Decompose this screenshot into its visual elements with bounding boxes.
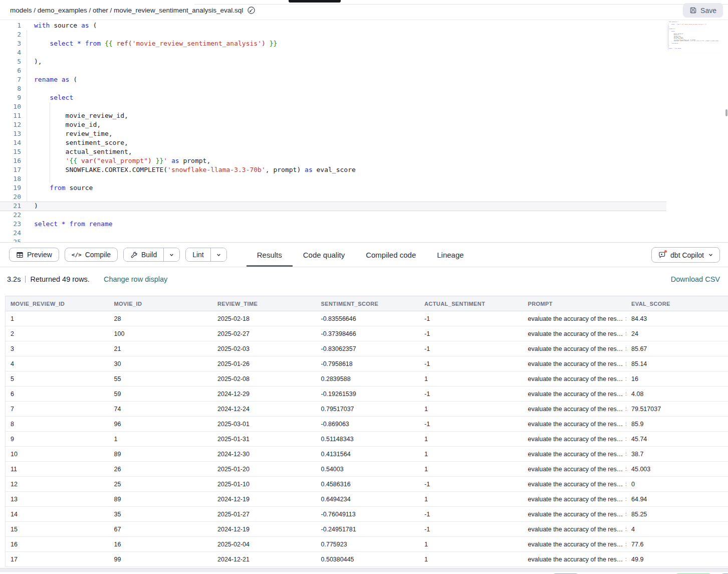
expand-cell-icon[interactable]: › [625,450,626,457]
code-line[interactable]: '{{ var("eval_prompt") }}' as prompt, [34,156,356,165]
table-cell: 2025-02-03 [212,341,316,356]
compile-button[interactable]: </> Compile [65,248,118,262]
code-line[interactable]: sentiment_score, [34,138,356,147]
table-cell: evaluate the accuracy of the res…› [523,462,627,476]
action-toolbar: Preview </> Compile Build Lint [0,242,728,267]
line-number: 7 [0,75,21,84]
expand-cell-icon[interactable]: › [625,374,626,382]
code-line: SNOWFLAKE.CORTEX.COMPLETE('snowflake-lla… [669,40,725,41]
table-row: 10892024-12-300.41315641evaluate the acc… [6,447,728,462]
table-cell: evaluate the accuracy of the res…› [523,432,627,446]
tab-results[interactable]: Results [247,243,293,267]
code-line[interactable] [34,174,356,183]
code-line[interactable]: from source [34,183,356,193]
table-cell: 6 [6,387,109,401]
expand-cell-icon[interactable]: › [625,480,626,487]
code-line[interactable] [34,102,356,111]
table-cell: evaluate the accuracy of the res…› [523,417,627,431]
prompt-preview: evaluate the accuracy of the res… [528,360,623,367]
code-line[interactable]: movie_id, [34,120,356,129]
code-line[interactable] [34,48,356,57]
code-line[interactable] [34,238,356,242]
line-number: 14 [0,138,21,147]
expand-cell-icon[interactable]: › [625,540,626,547]
expand-cell-icon[interactable]: › [625,420,626,427]
breadcrumb[interactable]: models / demo_examples / other / movie_r… [10,7,243,14]
expand-cell-icon[interactable]: › [625,329,626,337]
table-cell: 7 [6,402,109,416]
line-number: 15 [0,147,21,156]
code-brackets-icon: </> [72,252,82,258]
code-line[interactable]: movie_review_id, [34,111,356,120]
code-line[interactable]: select * from rename [34,220,356,229]
save-button[interactable]: Save [683,3,723,18]
expand-cell-icon[interactable]: › [625,495,626,502]
table-cell: 45.74 [626,432,728,446]
table-row: 21002025-02-27-0.37398466-1evaluate the … [6,326,728,341]
code-line[interactable] [34,84,356,93]
expand-cell-icon[interactable]: › [625,555,626,562]
expand-cell-icon[interactable]: › [625,359,626,367]
code-line[interactable]: select * from {{ ref('movie_review_senti… [34,39,356,48]
table-cell: 26 [109,462,213,476]
code-line[interactable] [34,211,356,220]
prompt-preview: evaluate the accuracy of the res… [528,345,623,352]
code-line[interactable]: ) [34,202,356,211]
expand-cell-icon[interactable]: › [625,390,626,397]
format-file-icon[interactable] [247,6,256,15]
download-csv-link[interactable]: Download CSV [671,275,720,283]
results-tab-bar: Results Code quality Compiled code Linea… [247,243,474,267]
prompt-preview: evaluate the accuracy of the res… [528,451,623,458]
tab-compiled-code[interactable]: Compiled code [355,243,426,267]
prompt-preview: evaluate the accuracy of the res… [528,511,623,518]
code-lines[interactable]: with source as ( select * from {{ ref('m… [34,21,356,242]
line-number-gutter: 1234567891011121314151617181920212223242… [0,21,21,242]
code-line[interactable]: with source as ( [34,21,356,30]
code-line[interactable]: review_time, [34,129,356,138]
tab-code-quality[interactable]: Code quality [293,243,355,267]
table-cell: evaluate the accuracy of the res…› [523,552,627,566]
code-line[interactable] [34,66,356,75]
change-row-display-link[interactable]: Change row display [104,275,167,283]
table-cell: 5 [6,371,109,386]
table-cell: -1 [419,417,523,431]
table-icon [16,251,24,259]
lint-dropdown[interactable] [210,248,226,261]
code-line[interactable]: ), [34,57,356,66]
line-number: 1 [0,21,21,30]
build-dropdown[interactable] [163,248,179,261]
expand-cell-icon[interactable]: › [625,405,626,412]
expand-cell-icon[interactable]: › [625,435,626,442]
minimap[interactable]: with source as ( select * from {{ ref('m… [669,21,725,52]
horizontal-scrollbar-track[interactable] [0,568,728,572]
dbt-copilot-button[interactable]: dbt Copilot [651,247,720,263]
line-number: 25 [0,238,21,242]
code-line[interactable]: rename as ( [34,75,356,84]
line-number: 19 [0,183,21,193]
column-header: MOVIE_REVIEW_ID [6,296,109,311]
code-line[interactable] [34,229,356,238]
expand-cell-icon[interactable]: › [625,510,626,517]
build-button[interactable]: Build [124,248,163,261]
code-line[interactable]: SNOWFLAKE.CORTEX.COMPLETE('snowflake-lla… [34,165,356,174]
chevron-down-icon [708,252,713,258]
prompt-preview: evaluate the accuracy of the res… [528,541,623,548]
expand-cell-icon[interactable]: › [625,525,626,532]
expand-cell-icon[interactable]: › [625,314,626,322]
code-line[interactable]: select [34,93,356,102]
table-cell: 0.6494234 [316,492,420,506]
copilot-label: dbt Copilot [670,251,704,259]
expand-cell-icon[interactable]: › [625,344,626,352]
code-editor[interactable]: 1234567891011121314151617181920212223242… [0,20,728,242]
lint-button[interactable]: Lint [186,248,210,261]
code-line[interactable] [34,193,356,202]
tab-lineage[interactable]: Lineage [426,243,474,267]
code-line[interactable]: actual_sentiment, [34,147,356,156]
expand-cell-icon[interactable]: › [625,465,626,472]
code-line[interactable] [34,30,356,39]
editor-scrollbar[interactable] [725,109,727,116]
table-cell: 35 [109,507,213,521]
table-cell: 16 [6,537,109,551]
preview-button[interactable]: Preview [9,248,59,262]
table-cell: 85.14 [626,356,728,371]
